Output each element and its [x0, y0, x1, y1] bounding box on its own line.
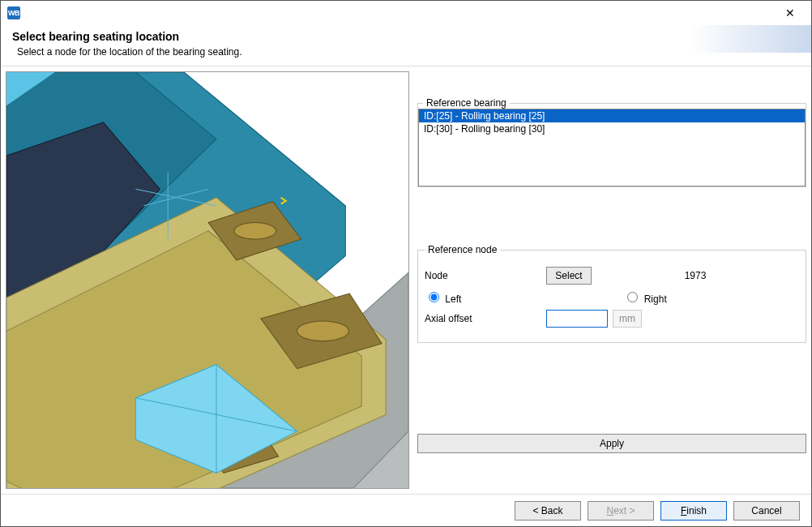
- app-icon: WB: [7, 6, 20, 19]
- next-mnemonic: N: [606, 505, 613, 516]
- axial-row: Axial offset mm: [425, 310, 799, 328]
- model-viewport[interactable]: [6, 71, 409, 489]
- axial-unit: mm: [613, 310, 642, 328]
- reference-node-legend: Reference node: [425, 244, 500, 255]
- body: Reference bearing ID:[25] - Rolling bear…: [1, 66, 811, 494]
- wizard-footer: < Back Next > Finish Cancel: [1, 494, 811, 526]
- apply-row: Apply: [417, 434, 806, 453]
- radio-right-input[interactable]: [627, 292, 638, 302]
- right-panel: Reference bearing ID:[25] - Rolling bear…: [417, 71, 806, 489]
- heading-area: Select bearing seating location Select a…: [1, 25, 811, 66]
- node-row: Node Select 1973: [425, 267, 799, 285]
- svg-point-11: [234, 222, 276, 239]
- radio-left-input[interactable]: [429, 292, 439, 302]
- node-label: Node: [425, 270, 546, 281]
- reference-bearing-group: Reference bearing ID:[25] - Rolling bear…: [417, 97, 806, 187]
- radio-left[interactable]: Left: [425, 289, 461, 305]
- reference-bearing-legend: Reference bearing: [423, 97, 510, 109]
- finish-button[interactable]: Finish: [660, 501, 727, 521]
- dialog-window: WB ✕ Select bearing seating location Sel…: [0, 0, 812, 527]
- axial-offset-input[interactable]: [546, 310, 608, 328]
- svg-point-13: [297, 321, 349, 341]
- radio-left-label: Left: [445, 293, 461, 305]
- titlebar: WB ✕: [1, 1, 811, 25]
- select-node-button[interactable]: Select: [546, 267, 592, 285]
- list-item[interactable]: ID:[25] - Rolling bearing [25]: [419, 109, 805, 122]
- side-row: Left Right: [425, 289, 799, 305]
- axial-label: Axial offset: [425, 313, 546, 324]
- next-button: Next >: [588, 501, 654, 521]
- reference-bearing-list[interactable]: ID:[25] - Rolling bearing [25] ID:[30] -…: [418, 109, 806, 186]
- page-title: Select bearing seating location: [12, 30, 800, 43]
- list-item[interactable]: ID:[30] - Rolling bearing [30]: [419, 122, 805, 135]
- apply-button[interactable]: Apply: [417, 434, 806, 453]
- cancel-button[interactable]: Cancel: [733, 501, 800, 521]
- radio-right-label: Right: [644, 293, 667, 305]
- reference-node-group: Reference node Node Select 1973 Left Rig…: [417, 244, 806, 343]
- radio-right[interactable]: Right: [623, 289, 666, 305]
- page-subtitle: Select a node for the location of the be…: [17, 46, 800, 58]
- back-button[interactable]: < Back: [515, 501, 581, 521]
- node-value: 1973: [592, 270, 799, 281]
- close-icon[interactable]: ✕: [779, 3, 801, 23]
- model-graphic: [6, 72, 408, 488]
- finish-rest: inish: [686, 505, 707, 516]
- next-rest: ext >: [613, 505, 635, 516]
